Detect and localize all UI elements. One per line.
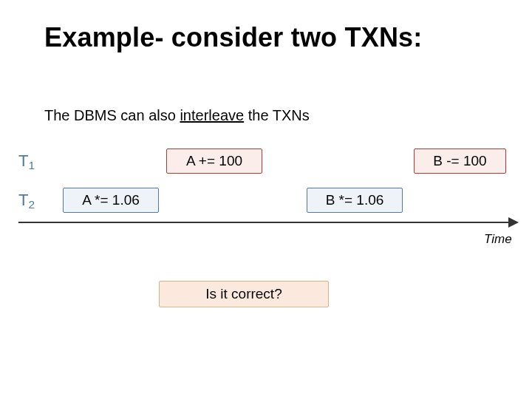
op-t1-a: A += 100 xyxy=(166,149,262,174)
t1-label-main: T xyxy=(18,151,28,170)
slide-title: Example- consider two TXNs: xyxy=(44,22,423,53)
slide-subtitle: The DBMS can also interleave the TXNs xyxy=(44,107,310,124)
subtitle-text-underlined: interleave xyxy=(180,107,244,123)
op-t2-a: A *= 1.06 xyxy=(63,188,159,213)
time-label: Time xyxy=(484,232,512,247)
subtitle-text-pre: The DBMS can also xyxy=(44,107,180,123)
row-label-t1: T1 xyxy=(18,151,35,171)
row-label-t2: T2 xyxy=(18,191,35,210)
t2-label-main: T xyxy=(18,191,28,209)
subtitle-text-post: the TXNs xyxy=(244,107,310,123)
t2-label-sub: 2 xyxy=(28,198,35,211)
t1-label-sub: 1 xyxy=(28,159,35,171)
callout-box: Is it correct? xyxy=(159,281,329,307)
timeline-axis xyxy=(18,222,510,223)
op-t2-b: B *= 1.06 xyxy=(307,188,403,213)
op-t1-b: B -= 100 xyxy=(414,149,506,174)
timeline-arrow-icon xyxy=(508,217,519,228)
slide: Example- consider two TXNs: The DBMS can… xyxy=(0,0,532,399)
